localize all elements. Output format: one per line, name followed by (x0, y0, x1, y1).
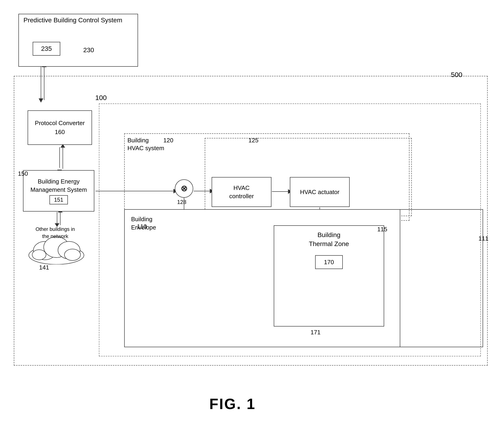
pbcs-230-label: 230 (83, 46, 94, 54)
label-100: 100 (94, 94, 108, 102)
hvac-actuator-block: HVAC actuator (290, 177, 350, 207)
label-115: 115 (377, 226, 387, 233)
svg-point-29 (32, 250, 46, 260)
label-111: 111 (479, 235, 488, 242)
hvac-controller-block: HVACcontroller (212, 177, 271, 207)
hvac-system-label: BuildingHVAC system (126, 137, 165, 152)
protocol-num: 160 (55, 129, 65, 136)
bems-num-box: 151 (50, 195, 68, 204)
thermal-170-box: 170 (315, 255, 343, 269)
pbcs-block: Predictive Building Control System 235 2… (19, 14, 138, 67)
label-120: 120 (163, 137, 173, 144)
label-171: 171 (310, 329, 321, 336)
building-thermal-zone-block: BuildingThermal Zone 170 (274, 225, 384, 326)
fig-caption: FIG. 1 (209, 395, 256, 412)
cloud-label: Other buildings inthe network (29, 226, 82, 240)
svg-point-28 (64, 249, 81, 261)
diagram: Predictive Building Control System 235 2… (14, 9, 490, 382)
label-141: 141 (39, 264, 49, 271)
label-500: 500 (451, 71, 462, 79)
hvac-act-label: HVAC actuator (300, 188, 339, 196)
protocol-label: Protocol Converter (35, 119, 85, 127)
thermal-inner-num: 170 (324, 259, 334, 266)
pbcs-label: Predictive Building Control System (24, 17, 122, 24)
label-125: 125 (248, 137, 258, 144)
sum-symbol: ⊗ (181, 184, 188, 193)
sum-junction: ⊗ (175, 179, 193, 198)
bems-block: Building EnergyManagement System 151 (23, 170, 94, 212)
hvac-ctrl-label: HVACcontroller (229, 184, 254, 200)
pbcs-235-box: 235 (33, 42, 60, 56)
num-235: 235 (41, 45, 52, 52)
label-128: 128 (177, 199, 186, 205)
thermal-label: BuildingThermal Zone (309, 231, 349, 248)
bems-label: Building EnergyManagement System (30, 177, 87, 194)
label-150: 150 (18, 170, 28, 177)
protocol-converter-block: Protocol Converter 160 (28, 110, 92, 145)
bems-num: 151 (54, 197, 63, 203)
